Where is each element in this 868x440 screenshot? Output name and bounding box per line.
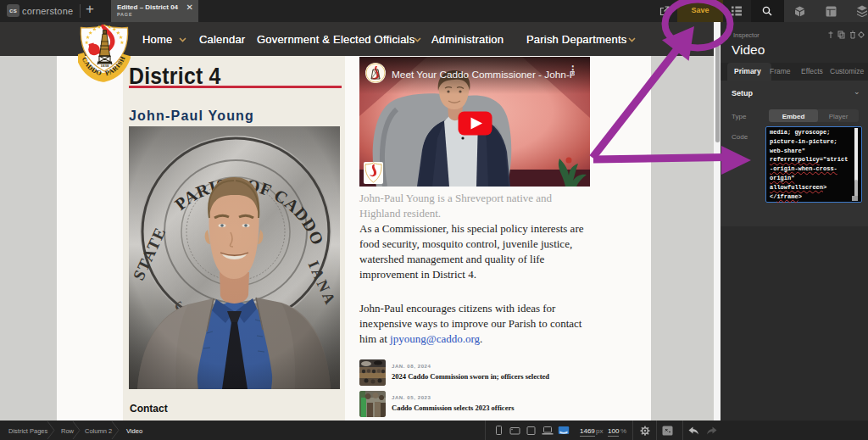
svg-text:1838: 1838 [101,64,110,68]
